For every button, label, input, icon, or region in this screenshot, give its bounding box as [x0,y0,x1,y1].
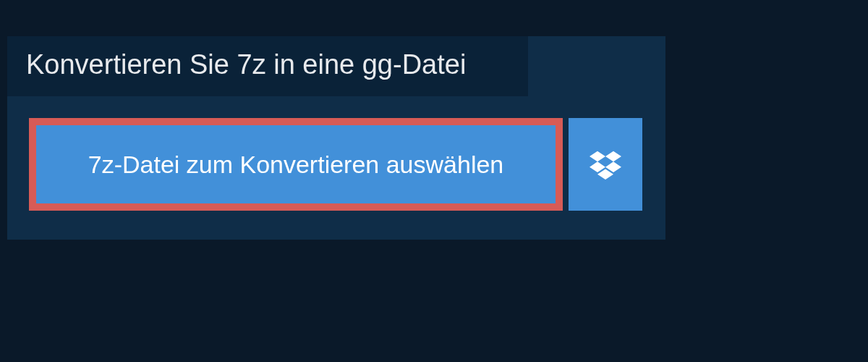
converter-panel: Konvertieren Sie 7z in eine gg-Datei 7z-… [7,36,665,240]
select-file-button[interactable]: 7z-Datei zum Konvertieren auswählen [29,118,563,211]
select-file-label: 7z-Datei zum Konvertieren auswählen [88,151,504,179]
dropbox-icon [590,148,621,180]
dropbox-button[interactable] [569,118,642,211]
button-row: 7z-Datei zum Konvertieren auswählen [7,96,665,211]
page-title: Konvertieren Sie 7z in eine gg-Datei [7,36,528,96]
